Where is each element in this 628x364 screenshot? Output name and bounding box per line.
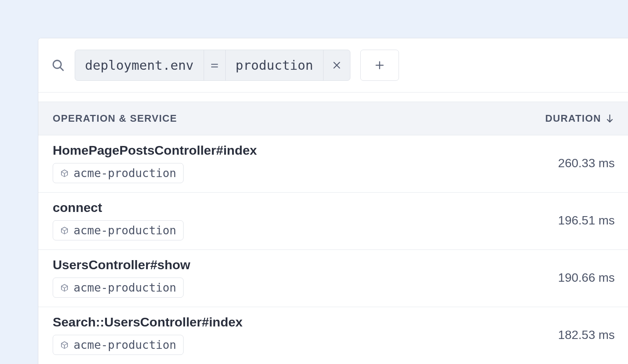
column-operation-service[interactable]: OPERATION & SERVICE <box>53 113 545 124</box>
duration-value: 260.33 ms <box>543 156 615 170</box>
table-row[interactable]: connectacme-production196.51 ms <box>38 193 628 250</box>
operations-table: OPERATION & SERVICE DURATION HomePagePos… <box>38 102 628 364</box>
operation-name: connect <box>53 200 543 215</box>
svg-line-1 <box>60 67 63 70</box>
service-tag[interactable]: acme-production <box>53 163 184 183</box>
results-panel: deployment.env = production <box>38 38 628 364</box>
filter-remove-button[interactable] <box>323 50 350 80</box>
service-name: acme-production <box>74 338 176 351</box>
duration-value: 190.66 ms <box>543 271 615 285</box>
table-row[interactable]: UsersController#showacme-production190.6… <box>38 250 628 307</box>
add-filter-button[interactable] <box>360 50 399 81</box>
service-tag[interactable]: acme-production <box>53 220 184 240</box>
filter-operator[interactable]: = <box>204 50 226 80</box>
filter-bar: deployment.env = production <box>38 38 628 93</box>
column-duration[interactable]: DURATION <box>545 113 615 124</box>
operation-name: HomePagePostsController#index <box>53 143 543 158</box>
service-name: acme-production <box>74 166 176 180</box>
cube-icon <box>60 226 69 235</box>
duration-value: 196.51 ms <box>543 213 615 228</box>
service-name: acme-production <box>74 224 176 237</box>
duration-value: 182.53 ms <box>543 328 615 342</box>
table-row[interactable]: Search::UsersController#indexacme-produc… <box>38 307 628 364</box>
cube-icon <box>60 169 69 178</box>
operation-name: Search::UsersController#index <box>53 315 543 329</box>
operation-name: UsersController#show <box>53 257 543 272</box>
cube-icon <box>60 340 69 350</box>
service-tag[interactable]: acme-production <box>53 278 184 298</box>
filter-key[interactable]: deployment.env <box>75 50 204 80</box>
table-row[interactable]: HomePagePostsController#indexacme-produc… <box>38 135 628 193</box>
filter-pill[interactable]: deployment.env = production <box>75 50 350 81</box>
cube-icon <box>60 283 69 292</box>
filter-value[interactable]: production <box>226 50 323 80</box>
service-name: acme-production <box>74 281 176 294</box>
service-tag[interactable]: acme-production <box>53 335 184 355</box>
search-icon <box>51 58 65 72</box>
sort-desc-icon <box>605 114 615 124</box>
table-header: OPERATION & SERVICE DURATION <box>38 102 628 135</box>
column-duration-label: DURATION <box>545 113 601 124</box>
